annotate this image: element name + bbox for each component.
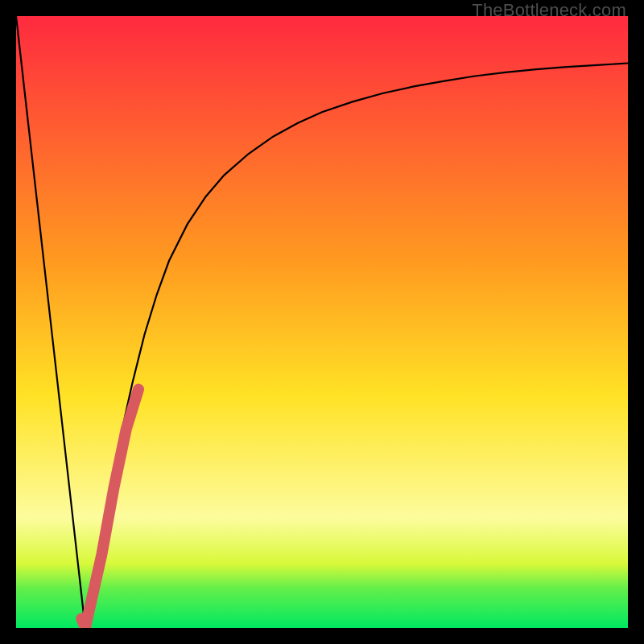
plot-area [16,16,628,628]
watermark-text: TheBottleneck.com [472,0,626,21]
chart-frame: TheBottleneck.com [0,0,644,644]
plot-svg [16,16,628,628]
